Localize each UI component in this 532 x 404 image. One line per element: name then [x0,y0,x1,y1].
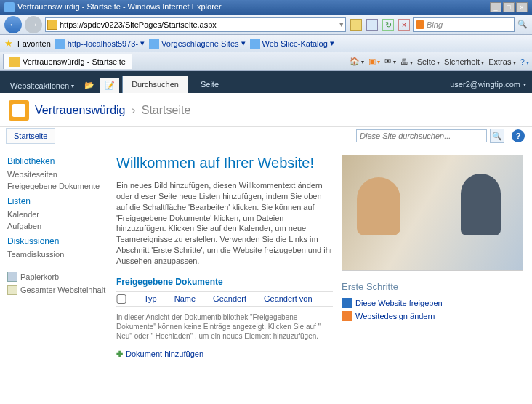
edit-page-icon[interactable]: 📝 [100,78,119,93]
close-button[interactable]: × [516,2,528,12]
all-content-icon [7,285,17,295]
doclib-heading[interactable]: Freigegebene Dokumente [116,277,333,287]
user-menu[interactable]: user2@wingtip.com▾ [450,80,526,93]
back-button[interactable]: ← [4,16,22,33]
step-change-design[interactable]: Websitedesign ändern [342,310,523,323]
site-icon [47,20,57,30]
compat-view-icon[interactable] [366,19,378,31]
getting-started-heading: Erste Schritte [342,281,523,292]
col-name[interactable]: Name [174,294,196,304]
welcome-text: Ein neues Bild hinzufügen, diesen Willko… [116,180,333,267]
favorites-label[interactable]: Favoriten [17,39,51,48]
all-site-content-link[interactable]: Gesamter Websiteinhalt [7,283,106,296]
minimize-button[interactable]: _ [490,2,501,12]
breadcrumb: Vertrauenswürdig › Startseite [35,104,190,117]
doclib-header-row: Typ Name Geändert Geändert von [116,291,333,307]
browser-tab-strip: Vertrauenswürdig - Startseite 🏠 ▣ ✉ 🖶 Se… [0,52,532,71]
ql-discussions-heading[interactable]: Diskussionen [7,236,106,246]
col-modified-by[interactable]: Geändert von [264,294,313,304]
ql-team-discussion[interactable]: Teamdiskussion [7,249,106,260]
ie-page-icon [250,39,260,49]
lock-icon[interactable] [350,19,362,31]
address-text: https://spdev0223/SitePages/Startseite.a… [60,20,339,29]
top-nav-bar: Startseite 🔍 ? [0,127,532,148]
share-icon [342,298,352,308]
address-dropdown-icon[interactable]: ▾ [339,20,344,29]
ql-shared-docs[interactable]: Freigegebene Dokumente [7,180,106,192]
sp-icon [9,57,20,67]
bing-icon [416,20,424,29]
site-search-input[interactable] [356,129,487,142]
ql-lists-heading[interactable]: Listen [7,196,106,206]
site-actions-menu[interactable]: Websiteaktionen▾ [6,78,78,93]
feeds-button[interactable]: ▣ [368,57,380,66]
favorites-star-icon[interactable]: ★ [4,38,13,49]
recycle-bin-link[interactable]: Papierkorb [7,270,106,283]
site-search-button[interactable]: 🔍 [490,129,504,143]
page-body: Bibliotheken Websiteseiten Freigegebene … [0,148,532,359]
security-menu[interactable]: Sicherheit [444,57,484,66]
fav-link-0[interactable]: http--localhost5973- ▾ [55,39,145,49]
site-logo[interactable] [9,100,29,121]
hero-image [342,155,523,271]
favorites-bar: ★ Favoriten http--localhost5973- ▾ Vorge… [0,35,532,52]
search-engine-label: Bing [427,20,443,29]
tab-title: Vertrauenswürdig - Startseite [23,57,126,66]
ql-tasks[interactable]: Aufgaben [7,220,106,232]
maximize-button[interactable]: □ [503,2,515,12]
ql-libraries-heading[interactable]: Bibliotheken [7,156,106,166]
ql-calendar[interactable]: Kalender [7,209,106,220]
quick-launch: Bibliotheken Websiteseiten Freigegebene … [0,148,109,359]
page-title-area: Vertrauenswürdig › Startseite [0,93,532,127]
browser-search-box[interactable]: Bing [413,17,515,32]
fav-link-2[interactable]: Web Slice-Katalog ▾ [250,39,334,49]
page-menu[interactable]: Seite [417,57,440,66]
sp-ribbon: Websiteaktionen▾ 📂 📝 Durchsuchen Seite u… [0,71,532,93]
help-icon[interactable]: ? [512,129,525,142]
browser-nav-bar: ← → https://spdev0223/SitePages/Startsei… [0,15,532,35]
window-titlebar: Vertrauenswürdig - Startseite - Windows … [0,0,532,15]
command-bar: 🏠 ▣ ✉ 🖶 Seite Sicherheit Extras ? [350,57,529,66]
page-title: Startseite [142,104,191,116]
topnav-home[interactable]: Startseite [6,128,55,144]
mail-button[interactable]: ✉ [384,57,395,66]
recycle-bin-icon [7,272,17,282]
print-button[interactable]: 🖶 [400,57,413,66]
main-content: Willkommen auf Ihrer Website! Ein neues … [109,148,532,359]
forward-button[interactable]: → [25,16,42,33]
extras-menu[interactable]: Extras [488,57,515,66]
search-go-icon[interactable]: 🔍 [517,20,528,29]
ie-page-icon [55,39,65,49]
doclib-empty-message: In dieser Ansicht der Dokumentbibliothek… [116,307,333,347]
address-bar[interactable]: https://spdev0223/SitePages/Startseite.a… [45,17,346,32]
step-share-site[interactable]: Diese Website freigeben [342,296,523,310]
design-icon [342,311,352,321]
stop-button[interactable]: × [398,19,410,31]
nav-up-icon[interactable]: 📂 [81,78,97,93]
refresh-button[interactable]: ↻ [382,19,394,31]
fav-link-1[interactable]: Vorgeschlagene Sites ▾ [149,39,245,49]
plus-icon: ✚ [116,350,123,359]
select-all-checkbox[interactable] [116,294,126,304]
add-document-link[interactable]: ✚ Dokument hinzufügen [116,350,333,359]
chevron-right-icon: › [132,104,135,116]
site-title-link[interactable]: Vertrauenswürdig [35,104,126,116]
col-type[interactable]: Typ [144,294,157,304]
help-menu[interactable]: ? [520,57,529,66]
browser-tab[interactable]: Vertrauenswürdig - Startseite [3,54,132,69]
ie-page-icon [149,39,159,49]
col-modified[interactable]: Geändert [213,294,246,304]
ribbon-tab-page[interactable]: Seite [191,76,228,93]
home-split-button[interactable]: 🏠 [350,57,364,66]
welcome-heading: Willkommen auf Ihrer Website! [116,155,333,171]
ribbon-tab-browse[interactable]: Durchsuchen [122,76,188,93]
ql-sitepages[interactable]: Websiteseiten [7,169,106,180]
window-title: Vertrauenswürdig - Startseite - Windows … [4,2,222,12]
